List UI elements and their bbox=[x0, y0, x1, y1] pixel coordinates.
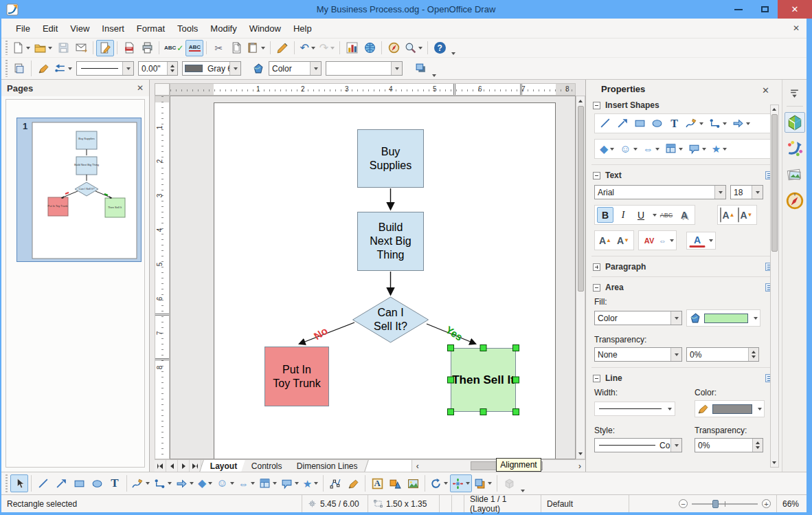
insert-curve-button[interactable] bbox=[684, 116, 706, 131]
branch-label-no[interactable]: No bbox=[312, 325, 330, 342]
sidebar-tab-transitions[interactable] bbox=[785, 138, 805, 159]
toolbar-overflow-icon[interactable] bbox=[451, 52, 455, 57]
line-color-select[interactable]: Gray 6 bbox=[182, 61, 241, 76]
selection-handle[interactable] bbox=[480, 345, 486, 351]
symbol-shapes-button[interactable]: ☺ bbox=[618, 141, 639, 157]
fill-style-select[interactable]: Color bbox=[269, 61, 322, 76]
paste-button[interactable] bbox=[245, 40, 267, 56]
dropdown-arrow-icon[interactable] bbox=[670, 239, 674, 242]
selection-handle[interactable] bbox=[480, 409, 486, 415]
new-document-button[interactable] bbox=[10, 40, 32, 56]
symbol-shapes-button[interactable]: ☺ bbox=[214, 474, 236, 492]
collapse-icon[interactable] bbox=[593, 102, 600, 109]
first-page-button[interactable] bbox=[155, 460, 166, 472]
transparency-value-input[interactable]: 0% bbox=[686, 347, 759, 362]
status-template[interactable]: Default bbox=[541, 495, 629, 512]
fill-color-picker[interactable] bbox=[686, 309, 760, 327]
zoom-out-icon[interactable]: − bbox=[679, 499, 688, 508]
shrink-font-button[interactable]: A▼ bbox=[615, 232, 631, 248]
curve-tool-button[interactable] bbox=[130, 474, 152, 492]
block-arrows-button[interactable]: ⇔ bbox=[641, 141, 662, 157]
scroll-down-icon[interactable] bbox=[577, 450, 584, 458]
insert-shapes-section-header[interactable]: Insert Shapes bbox=[586, 98, 782, 112]
selection-handle[interactable] bbox=[513, 409, 519, 415]
combo-arrow[interactable] bbox=[714, 186, 725, 199]
basic-shapes-button[interactable]: ◆ bbox=[196, 474, 214, 492]
selection-handles[interactable] bbox=[448, 345, 519, 415]
expand-icon[interactable] bbox=[593, 263, 600, 271]
font-name-select[interactable]: Arial bbox=[594, 185, 726, 199]
vertical-scrollbar[interactable] bbox=[576, 96, 585, 459]
block-arrow-tool-button[interactable] bbox=[174, 474, 196, 492]
insert-arrow-button[interactable] bbox=[615, 116, 631, 131]
combo-arrow[interactable] bbox=[229, 62, 240, 75]
toolbar-grip[interactable] bbox=[4, 60, 9, 77]
combo-arrow[interactable] bbox=[122, 62, 133, 75]
menu-edit[interactable]: Edit bbox=[36, 21, 64, 36]
menu-insert[interactable]: Insert bbox=[95, 21, 131, 36]
selection-handle[interactable] bbox=[513, 345, 519, 351]
open-button[interactable] bbox=[32, 40, 54, 56]
dropdown-arrow-icon[interactable] bbox=[754, 317, 758, 320]
selection-handle[interactable] bbox=[448, 377, 454, 383]
line-section-header[interactable]: Line bbox=[586, 371, 782, 385]
collapse-icon[interactable] bbox=[593, 284, 600, 292]
pages-panel-close-icon[interactable]: ✕ bbox=[137, 83, 144, 93]
fill-color-select[interactable] bbox=[326, 61, 403, 76]
underline-button[interactable]: U bbox=[633, 207, 649, 223]
select-tool-button[interactable] bbox=[10, 474, 28, 492]
combo-arrow[interactable] bbox=[670, 348, 681, 361]
format-paintbrush-button[interactable] bbox=[273, 40, 291, 56]
edit-mode-button[interactable] bbox=[96, 40, 114, 56]
line-dialog-button[interactable] bbox=[34, 61, 52, 77]
character-spacing-button[interactable]: AV bbox=[641, 232, 657, 248]
increase-spacing-button[interactable]: A▲ bbox=[720, 207, 736, 223]
glue-points-button[interactable] bbox=[344, 474, 362, 492]
branch-label-yes[interactable]: Yes bbox=[444, 323, 465, 342]
print-button[interactable] bbox=[138, 40, 156, 56]
combo-arrow[interactable] bbox=[752, 186, 763, 199]
close-button[interactable]: ✕ bbox=[778, 0, 812, 19]
scroll-up-icon[interactable] bbox=[577, 97, 584, 105]
decrease-spacing-button[interactable]: A▼ bbox=[738, 207, 754, 223]
status-size[interactable]: 1.50 x 1.35 bbox=[368, 495, 440, 512]
zoom-in-icon[interactable]: + bbox=[762, 499, 771, 508]
sidebar-menu-button[interactable] bbox=[785, 85, 805, 100]
menu-modify[interactable]: Modify bbox=[204, 21, 243, 36]
line-color-picker[interactable] bbox=[695, 400, 765, 417]
bold-button[interactable]: B bbox=[597, 207, 613, 223]
flowchart-shapes-button[interactable] bbox=[663, 141, 685, 157]
line-tool-button[interactable] bbox=[34, 474, 52, 492]
underline-dropdown-icon[interactable] bbox=[653, 214, 657, 217]
tab-dimension-lines[interactable]: Dimension Lines bbox=[286, 460, 368, 472]
drawing-canvas[interactable]: Buy Supplies Build Next Big Thing Put In… bbox=[170, 96, 576, 459]
insert-chart-button[interactable] bbox=[343, 40, 361, 56]
strikethrough-button[interactable]: ABC bbox=[658, 207, 675, 223]
maximize-button[interactable] bbox=[752, 0, 778, 19]
fontwork-button[interactable]: A bbox=[368, 474, 386, 492]
area-section-header[interactable]: Area bbox=[586, 280, 782, 294]
scrollbar-thumb[interactable] bbox=[771, 114, 778, 252]
flowchart-shapes-button[interactable] bbox=[257, 474, 279, 492]
basic-shapes-button[interactable]: ◆ bbox=[598, 141, 616, 157]
dropdown-arrow-icon[interactable] bbox=[668, 408, 672, 410]
block-arrows-button[interactable]: ⇔ bbox=[236, 474, 257, 492]
zoom-slider[interactable]: − + bbox=[673, 499, 776, 508]
close-document-icon[interactable]: ✕ bbox=[793, 23, 800, 33]
page-thumbnail-selected[interactable]: 1 Buy Supplies Build Next Big Thing Can bbox=[16, 118, 142, 262]
area-dialog-button[interactable] bbox=[249, 61, 267, 77]
combo-arrow[interactable] bbox=[670, 439, 681, 452]
scroll-left-icon[interactable]: ‹ bbox=[414, 461, 422, 470]
collapse-icon[interactable] bbox=[593, 375, 600, 382]
sidebar-tab-navigator[interactable] bbox=[785, 190, 805, 211]
dropdown-arrow-icon[interactable] bbox=[758, 408, 762, 410]
arrow-tool-button[interactable] bbox=[52, 474, 70, 492]
selection-handle[interactable] bbox=[448, 409, 454, 415]
email-document-button[interactable] bbox=[72, 40, 90, 56]
spinner-buttons[interactable] bbox=[748, 348, 758, 361]
insert-picture-button[interactable] bbox=[404, 474, 422, 492]
export-pdf-button[interactable] bbox=[120, 40, 138, 56]
insert-connector-button[interactable] bbox=[707, 116, 729, 131]
spinner-buttons[interactable] bbox=[167, 62, 177, 75]
minimize-button[interactable] bbox=[725, 0, 752, 19]
